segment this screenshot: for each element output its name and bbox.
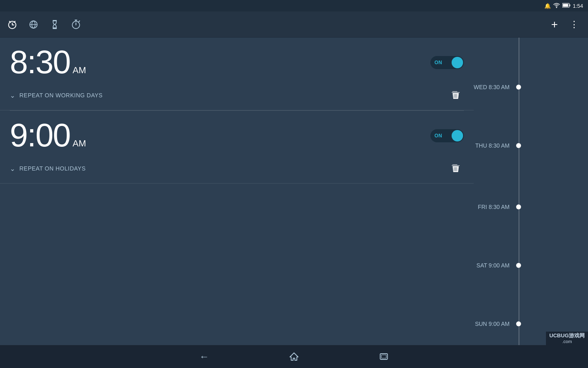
timeline-dot-thu [516,143,521,148]
svg-marker-21 [290,353,298,360]
svg-point-0 [556,7,557,8]
recents-button[interactable] [376,348,392,365]
alarm-time-1[interactable]: 8:30 AM [10,46,86,79]
watermark: UCBUG游戏网 .com [546,332,588,345]
alarm-toggle-2[interactable]: ON [430,129,464,142]
timeline-dot-sat [516,263,521,268]
alarm-ampm-2: AM [73,138,86,149]
svg-rect-3 [563,4,568,7]
svg-rect-23 [381,355,386,358]
timeline-item-sun: SUN 9:00 AM [474,321,588,327]
wifi-status-icon [553,2,560,9]
svg-line-20 [79,21,80,22]
nav-bar: ← [0,345,588,368]
tab-world-clock[interactable] [28,19,39,30]
alarm-repeat-text-1: REPEAT ON WORKING DAYS [20,92,103,99]
alarm-repeat-2[interactable]: ⌄ REPEAT ON HOLIDAYS [10,165,86,173]
alarm-digits-2: 9:00 [10,119,70,152]
chevron-icon-1: ⌄ [10,92,16,99]
alarm-time-2[interactable]: 9:00 AM [10,119,86,152]
alarm-repeat-text-2: REPEAT ON HOLIDAYS [20,165,86,172]
timeline-item-fri: FRI 8:30 AM [474,204,588,210]
chevron-icon-2: ⌄ [10,165,16,173]
alarm-item-1: 8:30 AM ON ⌄ REPEAT ON WORKING DAYS [0,38,474,110]
svg-rect-2 [569,4,570,6]
alarm-item-2: 9:00 AM ON ⌄ REPEAT ON HOLIDAYS [0,111,474,184]
toolbar: + ⋮ [0,11,588,38]
toolbar-tabs [7,19,547,30]
alarm-ampm-1: AM [73,65,86,76]
back-button[interactable]: ← [196,348,212,365]
home-button[interactable] [286,348,302,365]
tab-timer[interactable] [70,19,82,30]
watermark-text-1: UCBUG游戏网 [549,332,585,339]
timeline-label-sun: SUN 9:00 AM [474,321,516,327]
alarm-status-icon: 🔔 [544,3,551,9]
alarm-list: 8:30 AM ON ⌄ REPEAT ON WORKING DAYS [0,38,474,345]
timeline-dot-sun [516,321,521,326]
timeline-item-sat: SAT 9:00 AM [474,262,588,269]
timeline-item-wed: WED 8:30 AM [474,84,588,90]
tab-stopwatch[interactable] [49,19,60,30]
toggle-knob-1 [452,57,463,68]
alarm-digits-1: 8:30 [10,46,70,79]
delete-alarm-1[interactable] [448,87,464,103]
timeline-label-sat: SAT 9:00 AM [474,262,516,269]
toggle-knob-2 [452,130,463,141]
more-options-button[interactable]: ⋮ [567,17,581,32]
status-time: 1:54 [573,3,583,9]
tab-alarm[interactable] [7,19,18,30]
toggle-label-1: ON [434,60,442,65]
timeline-label-fri: FRI 8:30 AM [474,204,516,210]
alarm-repeat-1[interactable]: ⌄ REPEAT ON WORKING DAYS [10,92,102,99]
timeline-dot-fri [516,204,521,209]
battery-status-icon [562,3,570,9]
timeline-item-thu: THU 8:30 AM [474,142,588,149]
timeline-dot-wed [516,85,521,90]
main-content: 8:30 AM ON ⌄ REPEAT ON WORKING DAYS [0,38,588,345]
svg-rect-14 [53,20,57,21]
delete-alarm-2[interactable] [448,160,464,177]
watermark-text-2: .com [549,339,585,344]
add-alarm-button[interactable]: + [547,17,562,32]
toggle-label-2: ON [434,133,442,139]
toolbar-actions: + ⋮ [547,17,581,32]
status-bar: 🔔 1:54 [0,0,588,11]
timeline: WED 8:30 AM THU 8:30 AM FRI 8:30 AM SAT … [474,38,588,345]
alarm-toggle-1[interactable]: ON [430,56,464,69]
timeline-label-thu: THU 8:30 AM [474,142,516,149]
timeline-label-wed: WED 8:30 AM [474,84,516,90]
